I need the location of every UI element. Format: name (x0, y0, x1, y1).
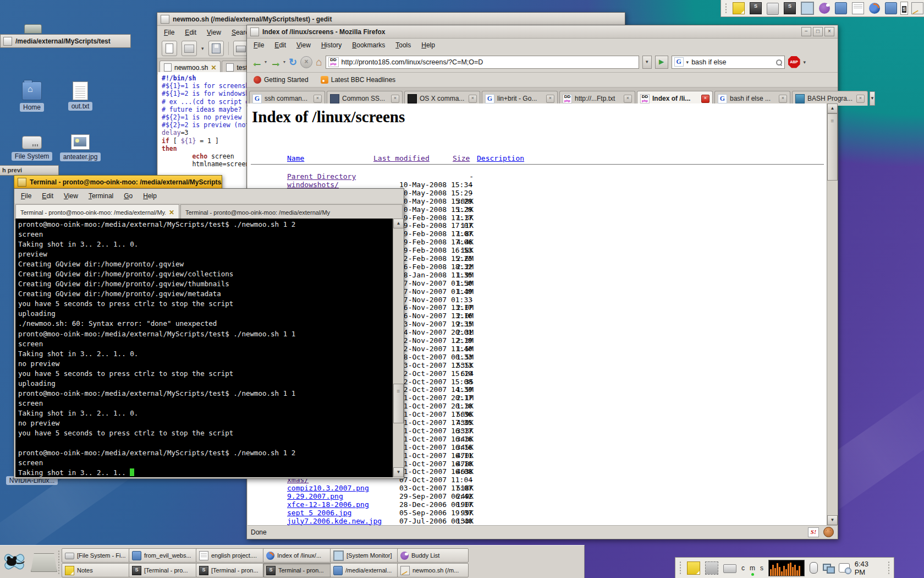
taskbar-button-row1-4[interactable]: Index of /linux/... (263, 548, 334, 563)
messenger-clock-icon[interactable] (839, 563, 850, 572)
desktop-icon-anteater-jpg[interactable]: anteater.jpg (55, 133, 106, 161)
gedit-menu-edit[interactable]: Edit (185, 29, 196, 36)
search-engine-dropdown[interactable]: ▾ (686, 59, 689, 65)
notes-launcher-icon[interactable] (733, 2, 745, 14)
terminal-launcher-icon[interactable]: S (784, 2, 796, 14)
panel-grip[interactable] (887, 561, 890, 575)
reload-button[interactable]: ↻ (289, 56, 297, 68)
file-link[interactable]: 9.29.2007.png (287, 492, 343, 500)
column-header-last-modified[interactable]: Last modified (373, 154, 430, 162)
scroll-up-icon[interactable]: ▲ (393, 219, 404, 228)
firefox-menu-help[interactable]: Help (421, 41, 435, 49)
close-tab-icon[interactable]: × (779, 95, 787, 103)
file-link[interactable]: sept 5 2006.jpg (287, 509, 351, 517)
adblock-plus-icon[interactable]: ABP (788, 56, 800, 68)
forward-dropdown-icon[interactable]: ▾ (283, 59, 285, 64)
taskbar-button-row2-4[interactable]: STerminal - pron... (263, 563, 334, 577)
partial-window-titlebar[interactable]: h previ (0, 165, 59, 176)
close-tab-icon[interactable]: × (314, 95, 322, 103)
terminal-menu-help[interactable]: Help (143, 192, 157, 200)
close-tab-icon[interactable]: × (856, 95, 865, 103)
mouse-settings-icon[interactable] (810, 562, 818, 574)
panel-grip[interactable] (679, 561, 682, 575)
bookmark-getting-started[interactable]: Getting Started (254, 76, 309, 84)
column-header-description[interactable]: Description (477, 154, 524, 162)
close-tab-icon[interactable]: × (469, 95, 477, 103)
firefox-launcher-icon[interactable] (869, 3, 880, 14)
back-dropdown-icon[interactable]: ▾ (265, 59, 267, 64)
terminal-scrollbar[interactable]: ▲ ▼ (393, 219, 403, 477)
workspace-pager[interactable] (31, 553, 57, 572)
file-link[interactable]: compiz10.3.2007.png (287, 484, 369, 492)
forward-button[interactable]: → (270, 57, 282, 68)
scrollbar-thumb[interactable] (827, 113, 838, 181)
file-link[interactable]: windowshots/ (287, 181, 339, 189)
firefox-menu-edit[interactable]: Edit (274, 41, 286, 49)
terminal-tab-1[interactable]: Terminal - pronto@moo-oink-moo: /media/e… (15, 204, 179, 220)
panel-grip[interactable] (57, 550, 61, 574)
back-button[interactable]: ← (251, 57, 263, 68)
taskbar-button-row2-6[interactable]: newmoo.sh (/m... (397, 563, 469, 577)
firefox-menu-bookmarks[interactable]: Bookmarks (352, 41, 385, 49)
terminal-launcher-icon[interactable]: S (902, 6, 906, 13)
shaded-window-titlebar[interactable]: /media/external/MyScripts/test (0, 34, 131, 48)
close-tab-icon[interactable]: × (624, 95, 632, 103)
taskbar-button-row1-3[interactable]: english project.... (196, 548, 267, 563)
taskbar-button-row1-5[interactable]: [System Monitor] (330, 548, 402, 563)
taskbar-button-row1-2[interactable]: from_evil_webs... (129, 548, 200, 563)
network-icon[interactable] (823, 564, 834, 572)
column-header-name[interactable]: Name (287, 154, 304, 162)
terminal-menu-edit[interactable]: Edit (42, 192, 53, 200)
taskbar-button-row1-6[interactable]: Buddy List (397, 548, 469, 563)
terminal-launcher-icon[interactable]: S (750, 2, 762, 14)
close-tab-icon[interactable]: × (701, 95, 710, 103)
scrapbook-icon[interactable]: S! (808, 527, 819, 537)
column-header-size[interactable]: Size (453, 154, 470, 162)
stop-button[interactable]: × (300, 56, 312, 68)
panel-grip[interactable] (724, 3, 728, 14)
close-tab-icon[interactable]: × (391, 95, 399, 103)
terminal-titlebar[interactable]: Terminal - pronto@moo-oink-moo: /media/e… (14, 175, 222, 189)
xfce-menu-button[interactable] (2, 548, 27, 576)
scroll-up-icon[interactable]: ▲ (827, 103, 838, 113)
minimize-button[interactable]: − (801, 27, 811, 36)
desktop-icon-out-txt[interactable]: out.txt (55, 81, 106, 111)
close-tab-icon[interactable]: ✕ (211, 64, 216, 72)
desktop-icon-home[interactable]: Home (7, 81, 57, 112)
adblock-dropdown[interactable]: ▾ (804, 59, 806, 65)
desktop-icon-file-system[interactable]: File System (7, 133, 57, 161)
taskbar-button-row2-3[interactable]: S[Terminal - pron... (196, 563, 267, 577)
terminal-menu-terminal[interactable]: Terminal (89, 192, 113, 200)
taskbar-button-row2-5[interactable]: /media/external... (330, 563, 402, 577)
terminal-menu-file[interactable]: File (21, 192, 31, 200)
bookmark-bbc-headlines[interactable]: Latest BBC Headlines (321, 76, 395, 84)
terminal-screen[interactable]: pronto@moo-oink-moo:/media/external/MySc… (15, 219, 393, 477)
terminal-menu-view[interactable]: View (64, 192, 78, 200)
gedit-menu-view[interactable]: View (207, 29, 221, 36)
firefox-menu-file[interactable]: File (254, 41, 264, 49)
folder-launcher-icon[interactable] (885, 2, 897, 14)
url-bar[interactable]: DDphp http://pronto185.com/linux/screens… (326, 56, 639, 69)
open-button[interactable] (182, 41, 197, 56)
terminal-menu-go[interactable]: Go (124, 192, 133, 200)
file-link[interactable]: xfce-12-18-2006.png (287, 500, 369, 509)
file-link[interactable]: july7.2006.kde.new.jpg (287, 517, 382, 525)
search-icon[interactable] (776, 59, 782, 66)
scroll-down-icon[interactable]: ▼ (827, 515, 838, 525)
monitor-launcher-icon[interactable] (801, 2, 814, 15)
search-bar[interactable]: G ▾ bash if else (672, 56, 785, 69)
url-history-dropdown[interactable]: ▼ (642, 56, 652, 69)
greasemonkey-icon[interactable] (823, 527, 834, 537)
close-tab-icon[interactable]: × (546, 95, 554, 103)
doc-launcher-icon[interactable] (852, 2, 864, 14)
save-button[interactable] (208, 41, 224, 56)
scroll-down-icon[interactable]: ▼ (393, 467, 404, 477)
scrollbar-thumb[interactable] (393, 384, 404, 423)
file-link[interactable]: Parent Directory (287, 172, 356, 181)
close-tab-icon[interactable]: ✕ (169, 209, 174, 216)
gedit-launcher-icon[interactable] (911, 2, 923, 14)
folder-launcher-icon[interactable] (835, 2, 847, 14)
gedit-titlebar[interactable]: newmoo.sh (/media/external/MyScripts/tes… (157, 13, 625, 26)
taskbar-button-row2-1[interactable]: Notes (62, 563, 133, 577)
cpu-icon[interactable] (705, 561, 718, 575)
